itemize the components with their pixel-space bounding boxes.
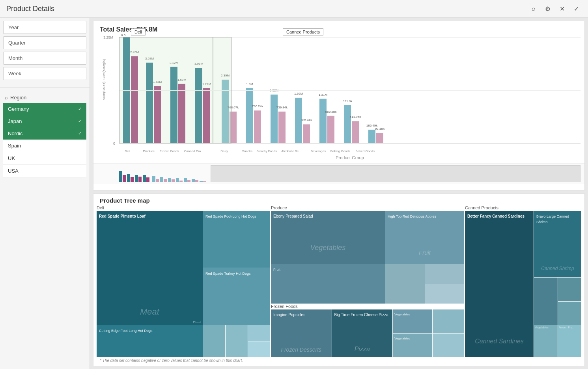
mini-bar-7m <box>172 179 175 182</box>
checkmark-japan: ✓ <box>78 119 82 124</box>
produce-left: Ebony Prepared Salad Vegetables Fruit <box>271 211 385 304</box>
bar-baked-sales-label: 186.49k <box>366 124 378 127</box>
region-item-japan[interactable]: Japan ✓ <box>3 115 86 127</box>
region-item-germany[interactable]: Germany ✓ <box>3 103 86 115</box>
mini-bar-3s <box>135 175 138 182</box>
frozen-veg-2[interactable]: Vegetables <box>393 334 432 357</box>
filter-week[interactable]: Week <box>3 67 86 80</box>
deli-cell-hotdogs1[interactable]: Red Spade Foot-Long Hot Dogs <box>203 211 270 268</box>
frozen-veg-1[interactable]: Vegetables <box>393 309 432 333</box>
mini-bar-6m <box>164 179 167 182</box>
frozen-small-1[interactable] <box>433 309 464 333</box>
treemap-footer: * The data set contains negative or zero… <box>93 357 584 364</box>
deli-tiny-2[interactable] <box>248 341 270 357</box>
frozen-small-2[interactable] <box>433 334 464 357</box>
bar-beverages-sales-label: 1.31M <box>319 93 328 97</box>
treemap-section: Product Tree map Deli Red Spade Pimento … <box>93 194 585 366</box>
scroll-bar[interactable] <box>211 165 581 182</box>
mini-bar-7s <box>168 178 171 182</box>
bar-frozen-sales <box>170 67 177 144</box>
mini-bar-9s <box>184 178 187 182</box>
canned-bottom-1[interactable]: Vegetables <box>534 325 558 357</box>
canned-small-1[interactable] <box>534 278 558 325</box>
canned-cell-shrimp[interactable]: Bravo Large Canned Shrimp Canned Shrimp <box>534 211 581 277</box>
produce-cell-apples-text: High Top Red Delicious Apples <box>388 214 436 218</box>
produce-tiny <box>425 264 465 304</box>
page-title: Product Details <box>6 5 54 13</box>
mini-group-1 <box>119 171 126 182</box>
treemap-title: Product Tree map <box>93 194 584 205</box>
frozen-cell-pizza[interactable]: Big Time Frozen Cheese Pizza Pizza <box>332 309 393 357</box>
mini-bar-2s <box>127 174 130 182</box>
check-icon[interactable]: ✓ <box>571 3 582 14</box>
bar-deli-sales <box>123 37 130 144</box>
region-item-nordic[interactable]: Nordic ✓ <box>3 127 86 140</box>
bar-baked-sales <box>368 130 375 144</box>
deli-cell-hotdogs2[interactable]: Red Spade Turkey Hot Dogs <box>203 268 270 325</box>
mini-group-5 <box>152 176 159 182</box>
mini-bar-10s <box>192 179 195 182</box>
bar-produce-margin <box>154 86 161 144</box>
mini-group-6 <box>160 177 167 182</box>
deli-cell-pimento[interactable]: Red Spade Pimento Loaf Meat Diced <box>97 211 203 325</box>
frozen-veg1-text: Vegetables <box>394 313 410 316</box>
deli-small-2[interactable] <box>226 325 248 357</box>
canned-tiny-2[interactable] <box>558 302 582 325</box>
deli-tiny-1[interactable] <box>248 325 270 341</box>
close-icon[interactable]: ✕ <box>556 3 567 14</box>
x-label-starchy: Starchy Foods <box>256 149 277 153</box>
bar-dairy-margin-label: 768.67k <box>228 106 239 109</box>
region-item-spain[interactable]: Spain <box>3 140 86 152</box>
produce-cell-apples[interactable]: High Top Red Delicious Apples Fruit <box>385 211 464 264</box>
treemap-canned-section: Canned Products Better Fancy Canned Sard… <box>465 205 581 357</box>
mini-bar-6s <box>160 177 163 182</box>
grid-line-bottom: 0 <box>119 143 581 144</box>
canned-label: Canned Products <box>465 205 581 210</box>
deli-cell-cutting[interactable]: Cutting Edge Foot-Long Hot Dogs <box>97 325 203 357</box>
region-item-uk[interactable]: UK <box>3 152 86 165</box>
x-label-baked: Baked Goods <box>356 149 375 153</box>
produce-cell-salad[interactable]: Ebony Prepared Salad Vegetables <box>271 211 385 264</box>
produce-tiny-2[interactable] <box>425 284 465 304</box>
canned-bottom-2[interactable]: Frozen Fru... <box>558 325 582 357</box>
mini-group-4 <box>143 175 149 182</box>
filter-year[interactable]: Year <box>3 21 86 34</box>
grid-label-zero: 0 <box>113 142 115 145</box>
search-icon[interactable]: ⌕ <box>528 3 539 14</box>
produce-cell-squash[interactable]: Fruit <box>271 264 385 304</box>
mini-bar-10m <box>195 180 198 182</box>
bar-alcoholic-margin <box>303 124 310 144</box>
bar-canned-margin <box>203 88 210 144</box>
mini-group-10 <box>192 179 198 182</box>
x-label-baking: Baking Goods <box>330 149 350 153</box>
canned-bottom-cells: Vegetables Frozen Fru... <box>534 325 581 357</box>
bar-frozen-margin-label: 1.59M <box>177 78 187 82</box>
filter-quarter[interactable]: Quarter <box>3 36 86 49</box>
region-item-usa[interactable]: USA <box>3 165 86 177</box>
filter-month[interactable]: Month <box>3 52 86 65</box>
produce-bottom-right <box>385 264 464 304</box>
canned-tiny-1[interactable] <box>558 278 582 301</box>
bar-produce-sales-label: 3.58M <box>145 57 154 60</box>
bar-starchy-sales-label: 1.52M <box>270 89 279 92</box>
deli-label: Deli <box>97 205 270 210</box>
deli-tiny-cells <box>248 325 270 357</box>
produce-fruit-watermark: Fruit <box>419 249 431 256</box>
deli-small-1[interactable] <box>203 325 225 357</box>
bar-deli-sales-label: 6.6... <box>121 34 128 37</box>
mini-bar-11s <box>200 181 203 182</box>
frozen-section-wrapper: Frozen Foods Imagine Popsicles Frozen De… <box>271 304 464 357</box>
bar-deli-margin-label: 2.45M <box>130 50 139 54</box>
produce-small-1[interactable] <box>385 264 425 304</box>
frozen-pizza-watermark: Pizza <box>355 346 370 353</box>
treemap-produce-section: Produce Ebony Prepared Salad Vegetables <box>271 205 464 357</box>
canned-cell-sardines[interactable]: Better Fancy Canned Sardines Canned Sard… <box>465 211 534 357</box>
bar-baked-margin <box>376 133 383 144</box>
deli-small-cells <box>203 325 270 357</box>
mini-bar-11m <box>203 181 206 182</box>
produce-tiny-1[interactable] <box>425 264 465 284</box>
frozen-cell-popsicles[interactable]: Imagine Popsicles Frozen Desserts <box>271 309 332 357</box>
chart-section: Total Sales: $15.8M Sum(Sales), Sum(Marg… <box>93 21 585 190</box>
produce-right: High Top Red Delicious Apples Fruit <box>385 211 464 304</box>
settings-icon[interactable]: ⚙ <box>542 3 553 14</box>
